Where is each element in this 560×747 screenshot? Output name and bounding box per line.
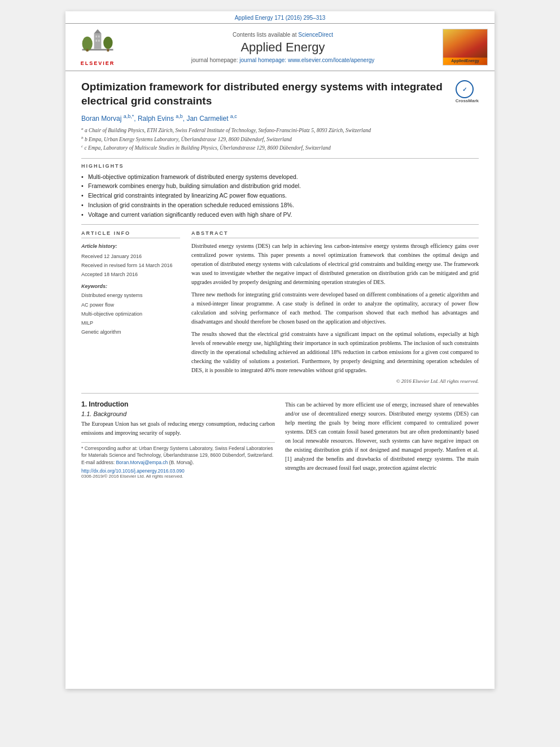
journal-title: Applied Energy (129, 40, 437, 55)
crossmark-widget[interactable]: ✓ CrossMark (456, 80, 479, 104)
svg-marker-10 (94, 29, 102, 33)
section-1-heading: 1. Introduction (81, 400, 275, 408)
abstract-col: ABSTRACT Distributed energy systems (DES… (191, 230, 479, 384)
keyword: Multi-objective optimization (81, 309, 180, 318)
highlights-label: HIGHLIGHTS (81, 163, 479, 169)
svg-rect-7 (98, 36, 100, 38)
footnote-area: * Corresponding author at: Urban Energy … (81, 442, 275, 479)
list-item: Voltage and current variation significan… (81, 210, 479, 220)
abstract-paragraph-2: Three new methods for integrating grid c… (191, 290, 479, 326)
list-item: Framework combines energy hub, building … (81, 181, 479, 191)
svg-point-4 (103, 37, 113, 49)
elsevier-logo: ELSEVIER (72, 28, 123, 66)
journal-badge: AppliedEnergy (443, 29, 488, 65)
svg-point-2 (82, 37, 93, 51)
abstract-label: ABSTRACT (191, 230, 479, 238)
body-left-text: The European Union has set goals of redu… (81, 420, 275, 438)
list-item: Electrical grid constraints integrated b… (81, 191, 479, 200)
accepted-date: Accepted 18 March 2016 (81, 272, 138, 277)
svg-rect-9 (98, 40, 100, 42)
svg-rect-5 (107, 49, 110, 52)
abstract-text: Distributed energy systems (DES) can hel… (191, 242, 479, 375)
svg-rect-1 (94, 33, 102, 49)
badge-label: AppliedEnergy (443, 59, 487, 63)
journal-reference: Applied Energy 171 (2016) 295–313 (65, 11, 495, 23)
body-right-text: This can be achieved by more efficient u… (285, 400, 479, 473)
article-info-label: ARTICLE INFO (81, 230, 180, 238)
abstract-paragraph-3: The results showed that the electrical g… (191, 330, 479, 375)
header-center: Contents lists available at ScienceDirec… (123, 32, 443, 63)
main-content: Optimization framework for distributed e… (65, 71, 495, 488)
divider-1 (81, 158, 479, 159)
body-left-col: 1. Introduction 1.1. Background The Euro… (81, 400, 275, 479)
article-history: Article history: Received 12 January 201… (81, 242, 180, 279)
keyword: Distributed energy systems (81, 291, 180, 300)
issn-text: 0306-2619/© 2016 Elsevier Ltd. All right… (81, 474, 275, 479)
abstract-paragraph-1: Distributed energy systems (DES) can hel… (191, 242, 479, 287)
journal-homepage: journal homepage: journal homepage: www.… (129, 57, 437, 63)
crossmark-badge: ✓ (456, 80, 474, 98)
crossmark-label: CrossMark (456, 98, 479, 104)
keyword: Genetic algorithm (81, 327, 180, 337)
svg-rect-8 (95, 40, 97, 42)
history-label: Article history: (81, 242, 180, 251)
list-item: Multi-objective optimization framework o… (81, 172, 479, 182)
revised-date: Received in revised form 14 March 2016 (81, 263, 173, 268)
elsevier-tree-icon (78, 28, 117, 59)
list-item: Inclusion of grid constraints in the ope… (81, 200, 479, 210)
copyright-notice: © 2016 Elsevier Ltd. All rights reserved… (191, 378, 479, 384)
svg-rect-6 (95, 36, 97, 38)
affiliations: a a Chair of Building Physics, ETH Züric… (81, 126, 479, 152)
body-section: 1. Introduction 1.1. Background The Euro… (81, 393, 479, 479)
contents-available: Contents lists available at ScienceDirec… (129, 32, 437, 38)
authors-line: Boran Morvaj a,b,*, Ralph Evins a,b, Jan… (81, 113, 479, 123)
received-date: Received 12 January 2016 (81, 254, 142, 259)
svg-rect-3 (86, 49, 89, 52)
elsevier-text: ELSEVIER (81, 60, 115, 66)
keyword: AC power flow (81, 300, 180, 309)
keywords-label: Keywords: (81, 283, 180, 289)
divider-2 (81, 224, 479, 225)
email-link[interactable]: Boran.Morvaj@empa.ch (116, 460, 168, 465)
highlights-list: Multi-objective optimization framework o… (81, 172, 479, 220)
info-abstract-section: ARTICLE INFO Article history: Received 1… (81, 230, 479, 384)
article-title: Optimization framework for distributed e… (81, 80, 479, 108)
keywords-list: Distributed energy systems AC power flow… (81, 291, 180, 337)
article-info-col: ARTICLE INFO Article history: Received 1… (81, 230, 180, 384)
body-right-col: This can be achieved by more efficient u… (285, 400, 479, 479)
body-two-col: 1. Introduction 1.1. Background The Euro… (81, 400, 479, 479)
footnote-corresponding: * Corresponding author at: Urban Energy … (81, 445, 275, 460)
journal-header: ELSEVIER Contents lists available at Sci… (65, 23, 495, 71)
section-1-1-heading: 1.1. Background (81, 410, 275, 417)
keyword: MILP (81, 318, 180, 327)
footnote-email: E-mail address: Boran.Morvaj@empa.ch (B.… (81, 459, 275, 466)
doi-link[interactable]: http://dx.doi.org/10.1016/j.apenergy.201… (81, 468, 275, 474)
